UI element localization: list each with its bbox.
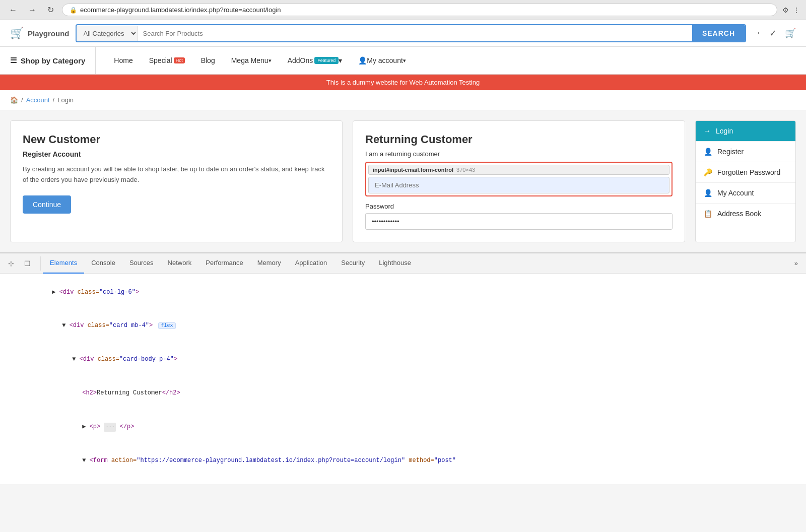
devtools-tab-memory[interactable]: Memory: [250, 253, 288, 274]
tooltip-id: input#input-email.form-control: [373, 167, 453, 173]
address-bar[interactable]: 🔒 ecommerce-playground.lambdatest.io/ind…: [62, 4, 777, 16]
new-customer-description: By creating an account you will be able …: [23, 164, 330, 185]
password-label: Password: [365, 203, 673, 210]
returning-customer-card: Returning Customer I am a returning cust…: [353, 120, 685, 242]
lock-icon: 🔒: [70, 7, 77, 14]
code-line-7: enctype="multipart/form-data">: [0, 478, 806, 484]
returning-customer-subtitle: I am a returning customer: [365, 150, 673, 158]
code-line-5: ▶ <p> ··· </p>: [0, 410, 806, 444]
new-customer-title: New Customer: [23, 133, 330, 146]
devtools-tab-network[interactable]: Network: [161, 253, 199, 274]
main-nav: ☰ Shop by Category Home Special Hot Blog…: [0, 47, 806, 75]
reload-button[interactable]: ↻: [44, 4, 57, 16]
shop-by-cat-label: Shop by Category: [21, 56, 85, 65]
search-input[interactable]: [138, 27, 692, 40]
hamburger-icon: ☰: [10, 56, 17, 65]
back-button[interactable]: ←: [6, 5, 20, 16]
devtools-tab-sources[interactable]: Sources: [122, 253, 161, 274]
devtools-tab-console[interactable]: Console: [84, 253, 122, 274]
arrow-right-icon: →: [752, 28, 761, 39]
announcement-text: This is a dummy website for Web Automati…: [326, 79, 480, 86]
register-icon: 👤: [704, 148, 712, 156]
code-line-2: ▼ <div class="card mb-4"> flex: [0, 309, 806, 343]
password-input[interactable]: [365, 213, 673, 230]
sidebar-login-label: Login: [716, 127, 733, 135]
devtools-inspector-icons: ⊹ ☐: [4, 256, 41, 271]
my-account-icon: 👤: [704, 189, 712, 197]
home-breadcrumb[interactable]: 🏠: [10, 96, 18, 104]
page-content: New Customer Register Account By creatin…: [0, 110, 806, 252]
hot-badge: Hot: [174, 57, 185, 63]
devtools-tab-security[interactable]: Security: [334, 253, 372, 274]
email-field-container: input#input-email.form-control 370×43: [365, 162, 673, 196]
search-container: All Categories SEARCH: [76, 24, 746, 42]
address-book-icon: 📋: [704, 210, 712, 218]
new-customer-card: New Customer Register Account By creatin…: [10, 120, 343, 242]
cards-area: New Customer Register Account By creatin…: [10, 120, 685, 242]
logo-area: 🛒 Playground: [10, 27, 70, 40]
nav-mega-menu[interactable]: Mega Menu: [223, 47, 280, 75]
sidebar-my-account-label: My Account: [717, 189, 754, 197]
nav-links: Home Special Hot Blog Mega Menu AddOns F…: [96, 47, 796, 75]
sidebar-item-forgotten-password[interactable]: 🔑 Forgotten Password: [696, 162, 795, 183]
email-input[interactable]: [368, 177, 669, 193]
email-tooltip-bar: input#input-email.form-control 370×43: [368, 165, 669, 175]
devtools-tab-performance[interactable]: Performance: [198, 253, 250, 274]
featured-badge: Featured: [314, 57, 339, 64]
devtools-panel: ⊹ ☐ Elements Console Sources Network Per…: [0, 252, 806, 484]
url-text: ecommerce-playground.lambdatest.io/index…: [80, 6, 281, 14]
top-search-bar: 🛒 Playground All Categories SEARCH → ✓ 🛒: [0, 20, 806, 47]
checkmark-icon: ✓: [769, 28, 777, 39]
cart-icon: 🛒: [785, 28, 796, 39]
logo-text: Playground: [28, 29, 70, 38]
account-breadcrumb[interactable]: Account: [26, 96, 50, 104]
browser-actions: ⚙ ⋮: [782, 6, 800, 14]
inspector-device-icon[interactable]: ☐: [20, 256, 34, 271]
inspector-cursor-icon[interactable]: ⊹: [4, 256, 18, 271]
devtools-tab-application[interactable]: Application: [288, 253, 334, 274]
nav-my-account[interactable]: 👤 My account: [350, 47, 414, 75]
devtools-content: ▶ <div class="col-lg-6"> ▼ <div class="c…: [0, 274, 806, 484]
breadcrumb-sep1: /: [21, 96, 23, 104]
breadcrumb-sep2: /: [53, 96, 55, 104]
tooltip-size: 370×43: [456, 167, 475, 173]
code-line-4: <h2>Returning Customer</h2>: [0, 376, 806, 410]
nav-addons[interactable]: AddOns Featured ▾: [280, 47, 351, 75]
devtools-tab-lighthouse[interactable]: Lighthouse: [372, 253, 418, 274]
nav-special[interactable]: Special Hot: [141, 47, 193, 75]
sidebar-item-my-account[interactable]: 👤 My Account: [696, 183, 795, 204]
devtools-tabs: ⊹ ☐ Elements Console Sources Network Per…: [0, 253, 806, 274]
key-icon: 🔑: [704, 168, 712, 176]
sidebar-item-register[interactable]: 👤 Register: [696, 142, 795, 162]
login-breadcrumb: Login: [57, 96, 74, 104]
new-customer-subtitle: Register Account: [23, 150, 330, 158]
returning-customer-title: Returning Customer: [365, 133, 673, 146]
menu-icon: ⋮: [793, 6, 800, 14]
browser-chrome: ← → ↻ 🔒 ecommerce-playground.lambdatest.…: [0, 0, 806, 20]
devtools-more-tabs[interactable]: »: [790, 259, 802, 267]
nav-home[interactable]: Home: [106, 47, 141, 75]
account-icon: ⚙: [782, 6, 789, 14]
sidebar-item-address-book[interactable]: 📋 Address Book: [696, 204, 795, 224]
logo-icon: 🛒: [10, 27, 24, 40]
code-line-6: ▼ <form action="https://ecommerce-playgr…: [0, 444, 806, 478]
login-icon: →: [704, 127, 711, 135]
sidebar-address-label: Address Book: [717, 210, 761, 218]
top-icons: → ✓ 🛒: [752, 28, 796, 39]
sidebar-register-label: Register: [717, 148, 744, 156]
breadcrumb: 🏠 / Account / Login: [0, 90, 806, 110]
search-button[interactable]: SEARCH: [692, 25, 745, 41]
shop-by-category[interactable]: ☰ Shop by Category: [10, 47, 96, 74]
right-sidebar: → Login 👤 Register 🔑 Forgotten Password …: [695, 120, 796, 242]
forward-button[interactable]: →: [25, 5, 39, 16]
nav-blog[interactable]: Blog: [193, 47, 223, 75]
sidebar-item-login[interactable]: → Login: [696, 121, 795, 142]
category-select[interactable]: All Categories: [77, 26, 138, 41]
code-line-1: ▶ <div class="col-lg-6">: [0, 276, 806, 309]
code-line-3: ▼ <div class="card-body p-4">: [0, 343, 806, 377]
sidebar-forgotten-label: Forgotten Password: [717, 168, 780, 176]
devtools-tab-elements[interactable]: Elements: [43, 253, 84, 274]
continue-button[interactable]: Continue: [23, 195, 71, 214]
announcement-bar: This is a dummy website for Web Automati…: [0, 75, 806, 90]
